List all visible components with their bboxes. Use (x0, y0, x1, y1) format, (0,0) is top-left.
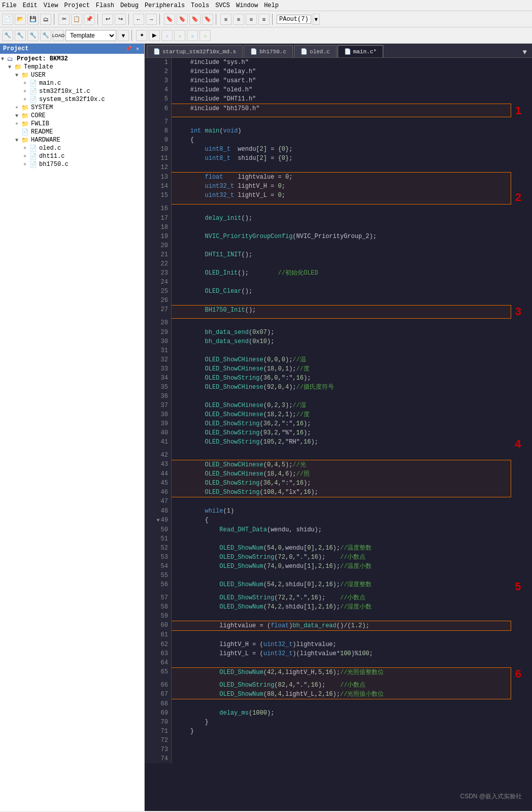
code-wrapper[interactable]: 1 #include "sys.h"2 #include "delay.h"3 … (145, 58, 532, 811)
menu-view[interactable]: View (44, 2, 58, 9)
save-btn[interactable]: 💾 (27, 14, 39, 25)
line-content-18 (171, 223, 511, 232)
new-btn[interactable]: 📄 (2, 14, 13, 25)
tab-bar: 📄 startup_stm32f10x_md.s 📄 bh1750.c 📄 ol… (145, 44, 532, 58)
line-content-64 (171, 658, 511, 668)
tab-more-btn[interactable]: ▼ (520, 47, 530, 57)
tree-stm32it[interactable]: + 📄 stm32f10x_it.c (0, 87, 144, 95)
align1-btn[interactable]: ≡ (220, 14, 231, 25)
tab-main[interactable]: 📄 main.c* (338, 45, 383, 57)
align2-btn[interactable]: ≡ (233, 14, 244, 25)
tree-bh1750-label: bh1750.c (39, 161, 69, 168)
line-number-31: 31 (145, 346, 171, 355)
main-c-icon: 📄 (29, 80, 38, 87)
arrow-system-folder: + (15, 105, 21, 111)
cut-btn[interactable]: ✂ (58, 14, 70, 25)
tb2-run[interactable]: ▶ (149, 30, 160, 41)
dropdown-btn[interactable]: ▼ (118, 30, 129, 41)
code-line-38: 38 OLED_ShowCHinese(18,2,1);//度 (145, 410, 532, 419)
tab-startup[interactable]: 📄 startup_stm32f10x_md.s (147, 45, 243, 57)
paout-dropdown[interactable]: ▼ (313, 14, 320, 25)
tb2-btn4[interactable]: 🔧 (40, 30, 51, 41)
code-line-61: 61 (145, 630, 532, 640)
sidebar-header-icons: 📌 ✕ (125, 45, 141, 52)
arrow-user: ▼ (15, 73, 21, 78)
undo-btn[interactable]: ↩ (102, 14, 113, 25)
code-line-69: 69 delay_ms(1000); (145, 708, 532, 718)
bookmark-btn[interactable]: 🔖 (164, 14, 175, 25)
tb2-build1[interactable]: ⬦ (161, 30, 173, 41)
line-content-44: OLED_ShowCHinese(18,4,6);//照 (171, 469, 511, 479)
code-line-1: 1 #include "sys.h" (145, 58, 532, 67)
fwlib-folder-icon: 📁 (21, 120, 29, 127)
menu-svcs[interactable]: SVCS (215, 2, 230, 9)
menu-flash[interactable]: Flash (96, 2, 114, 9)
tb2-btn5[interactable]: LOAD (53, 30, 64, 41)
tb2-build3[interactable]: ⬦ (187, 30, 198, 41)
tree-user[interactable]: ▼ 📁 USER (0, 71, 144, 79)
line-number-40: 40 (145, 428, 171, 437)
tree-system[interactable]: + 📄 system_stm32f10x.c (0, 95, 144, 104)
menu-file[interactable]: File (2, 2, 17, 9)
tree-oled[interactable]: + 📄 oled.c (0, 144, 144, 152)
line-content-36 (171, 392, 511, 401)
code-line-41: 41 OLED_ShowString(105,2,"RH",16);4 (145, 437, 532, 451)
align3-btn[interactable]: ≡ (246, 14, 257, 25)
line-content-30: bh_data_send(0x10); (171, 337, 511, 346)
tree-system-folder[interactable]: + 📁 SYSTEM (0, 104, 144, 112)
line-number-26: 26 (145, 296, 171, 306)
line-content-60: lightvalue = (float)bh_data_read()/(1.2)… (171, 621, 511, 630)
tb2-btn1[interactable]: 🔧 (2, 30, 13, 41)
template-select[interactable]: Template (65, 30, 116, 41)
tb2-build4[interactable]: ⬦ (200, 30, 211, 41)
tree-user-label: USER (31, 72, 46, 79)
code-line-32: 32 OLED_ShowCHinese(0,0,0);//温 (145, 355, 532, 364)
bookmark2-btn[interactable]: 🔖 (177, 14, 188, 25)
code-line-46: 46 OLED_ShowString(108,4,"lx",16); (145, 488, 532, 497)
sidebar-close-icon[interactable]: ✕ (134, 45, 141, 52)
tree-project[interactable]: ▼ 🗂 Project: BKM32 (0, 55, 144, 63)
line-number-8: 8 (145, 126, 171, 136)
tree-main-c[interactable]: + 📄 main.c (0, 79, 144, 87)
menu-debug[interactable]: Debug (120, 2, 139, 9)
line-content-35: OLED_ShowCHinese(92,0,4);//摄氏度符号 (171, 383, 511, 392)
code-line-19: 19 NVIC_PriorityGroupConfig(NVIC_Priorit… (145, 232, 532, 241)
tree-dht11[interactable]: + 📄 dht11.c (0, 152, 144, 160)
next-btn[interactable]: → (146, 14, 157, 25)
tb2-build2[interactable]: ⬦ (174, 30, 185, 41)
line-content-11: uint8_t shidu[2] = {0}; (171, 154, 511, 163)
sidebar-pin-icon[interactable]: 📌 (125, 45, 132, 52)
redo-btn[interactable]: ↪ (115, 14, 126, 25)
prev-btn[interactable]: ← (133, 14, 144, 25)
tree-hardware[interactable]: ▼ 📁 HARDWARE (0, 136, 144, 144)
tree-bh1750[interactable]: + 📄 bh1750.c (0, 160, 144, 168)
menu-help[interactable]: Help (264, 2, 279, 9)
paste-btn[interactable]: 📌 (84, 14, 95, 25)
menu-peripherals[interactable]: Peripherals (145, 2, 185, 9)
copy-btn[interactable]: 📋 (71, 14, 82, 25)
tab-bh1750[interactable]: 📄 bh1750.c (244, 45, 293, 57)
line-number-37: 37 (145, 401, 171, 410)
tb2-btn2[interactable]: 🔧 (15, 30, 26, 41)
menu-project[interactable]: Project (64, 2, 89, 9)
line-number-53: 53 (145, 553, 171, 562)
collapse-arrow[interactable]: ▼ (156, 518, 159, 523)
tb2-btn3[interactable]: 🔧 (27, 30, 39, 41)
annotation-1: 1 (511, 104, 532, 117)
align4-btn[interactable]: ≡ (258, 14, 270, 25)
menu-window[interactable]: Window (236, 2, 258, 9)
tree-fwlib[interactable]: + 📁 FWLIB (0, 120, 144, 128)
line-number-52: 52 (145, 544, 171, 553)
bookmark4-btn[interactable]: 🔖 (202, 14, 213, 25)
save-all-btn[interactable]: 🗂 (40, 14, 51, 25)
tree-core[interactable]: ▼ 📁 CORE (0, 112, 144, 120)
line-content-59 (171, 612, 511, 621)
menu-tools[interactable]: Tools (191, 2, 209, 9)
bookmark3-btn[interactable]: 🔖 (189, 14, 201, 25)
menu-edit[interactable]: Edit (23, 2, 38, 9)
tree-readme[interactable]: + 📄 README (0, 128, 144, 136)
open-btn[interactable]: 📂 (15, 14, 26, 25)
tree-template[interactable]: ▼ 📁 Template (0, 63, 144, 71)
tb2-magic[interactable]: ✦ (136, 30, 147, 41)
tab-oled[interactable]: 📄 oled.c (294, 45, 337, 57)
